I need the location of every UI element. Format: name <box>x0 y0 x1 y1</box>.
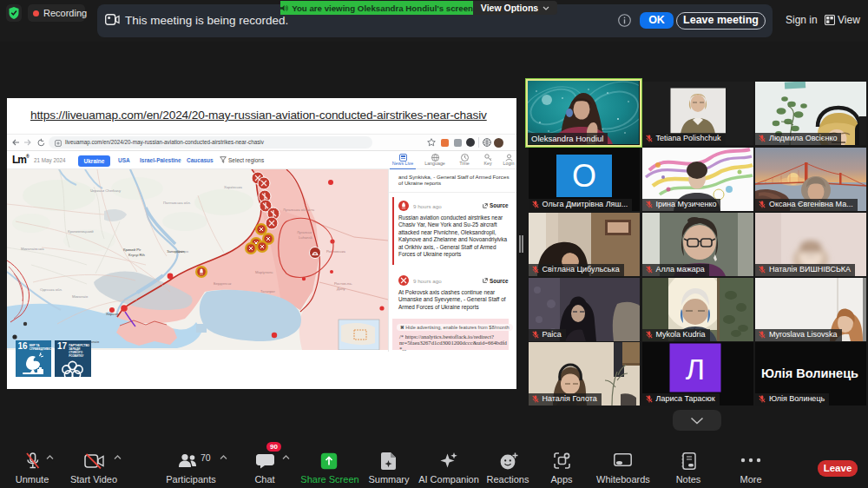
svg-text:Черкаси Cherkasy: Черкаси Cherkasy <box>90 188 122 193</box>
svg-text:Ростовська: Ростовська <box>326 249 346 254</box>
svg-text:Маріуполь: Маріуполь <box>255 270 273 274</box>
svg-text:Kryvyi Rih: Kryvyi Rih <box>128 253 146 257</box>
svg-text:Харківська: Харківська <box>224 185 243 189</box>
svg-text:Одеська обл.: Одеська обл. <box>40 287 62 292</box>
svg-text:Бердянськ: Бердянськ <box>214 281 232 286</box>
svg-text:Запоріжжя: Запоріжжя <box>167 249 185 254</box>
svg-text:Миколаївська: Миколаївська <box>21 247 44 251</box>
svg-text:Таганрог: Таганрог <box>260 289 275 293</box>
svg-text:Кривий Ріг: Кривий Ріг <box>123 247 141 252</box>
svg-text:O: O <box>571 158 595 194</box>
svg-text:Ростов-на-: Ростов-на- <box>334 281 352 286</box>
svg-text:Луганськ: Луганськ <box>297 230 312 234</box>
svg-text:Дону: Дону <box>337 287 346 291</box>
svg-text:Миколаїв: Миколаїв <box>72 294 89 299</box>
svg-text:Юлія Волинець: Юлія Волинець <box>761 366 858 380</box>
svg-text:Л: Л <box>685 353 704 386</box>
svg-text:Luhansk: Luhansk <box>299 235 313 240</box>
svg-text:Полтавська обл.: Полтавська обл. <box>163 201 191 205</box>
svg-text:Кропивницький: Кропивницький <box>68 229 94 234</box>
svg-text:Луганська область: Луганська область <box>283 208 315 212</box>
